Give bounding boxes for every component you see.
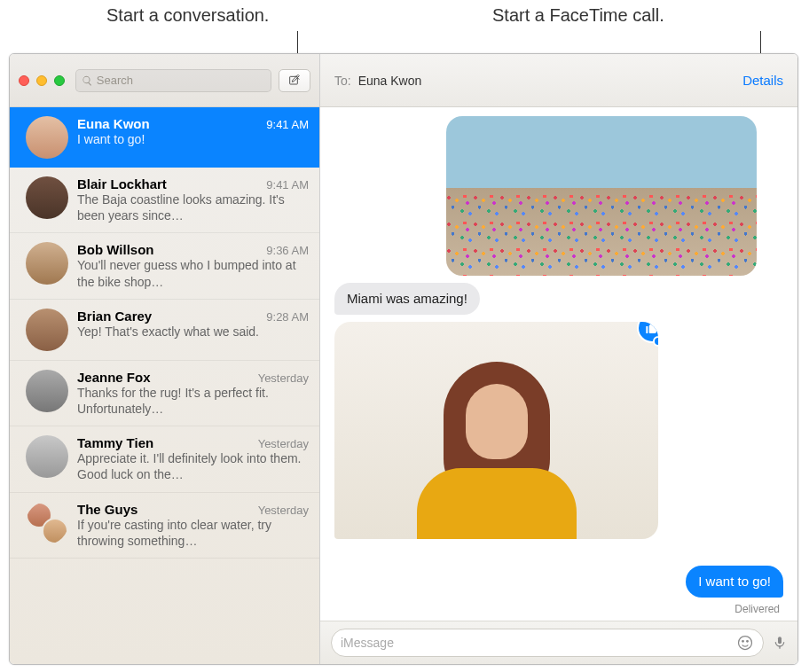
search-icon (82, 74, 93, 87)
conversation-item[interactable]: Blair Lockhart9:41 AMThe Baja coastline … (10, 168, 319, 233)
message-outgoing: I want to go! (334, 566, 783, 598)
conversation-preview: If you're casting into clear water, try … (77, 517, 309, 549)
conversation-time: Yesterday (258, 437, 309, 450)
compose-button[interactable] (279, 69, 310, 92)
conversation-preview: Yep! That's exactly what we said. (77, 324, 309, 340)
svg-point-3 (747, 641, 749, 643)
minimize-window-button[interactable] (36, 75, 47, 86)
conversation-item[interactable]: Brian Carey9:28 AMYep! That's exactly wh… (10, 300, 319, 361)
conversation-name: Jeanne Fox (77, 370, 151, 385)
message-thread[interactable]: Miami was amazing! I want to (320, 107, 797, 621)
message-incoming-image (334, 322, 783, 539)
fullscreen-window-button[interactable] (54, 75, 65, 86)
conversation-time: 9:36 AM (266, 244, 309, 257)
delivery-receipt: Delivered (734, 603, 780, 615)
conversation-preview: I want to go! (77, 131, 309, 147)
audio-message-button[interactable] (773, 634, 787, 652)
conversation-item[interactable]: Bob Willson9:36 AMYou'll never guess who… (10, 233, 319, 299)
conversation-item[interactable]: Tammy TienYesterdayAppreciate it. I'll d… (10, 426, 319, 492)
conversation-preview: The Baja coastline looks amazing. It's b… (77, 191, 309, 223)
conversation-list[interactable]: Euna Kwon9:41 AMI want to go!Blair Lockh… (10, 107, 319, 664)
svg-point-1 (739, 637, 752, 650)
conversation-item[interactable]: Jeanne FoxYesterdayThanks for the rug! I… (10, 361, 319, 426)
recipient-name[interactable]: Euna Kwon (358, 74, 422, 88)
conversation-header: To: Euna Kwon Details (320, 54, 797, 107)
callout-compose: Start a conversation. (106, 5, 269, 26)
conversation-preview: Appreciate it. I'll definitely look into… (77, 450, 309, 482)
conversation-name: Euna Kwon (77, 116, 150, 131)
message-input-wrapper[interactable] (331, 629, 764, 657)
sidebar-toolbar (10, 54, 319, 107)
compose-bar (320, 621, 797, 664)
avatar (26, 116, 68, 159)
tapback-like[interactable] (637, 322, 658, 343)
smiley-icon (736, 634, 754, 652)
conversation-time: 9:41 AM (266, 118, 309, 131)
close-window-button[interactable] (19, 75, 29, 86)
conversation-time: Yesterday (258, 504, 309, 517)
to-label: To: (334, 74, 351, 88)
conversation-name: Blair Lockhart (77, 176, 167, 191)
message-incoming-image (334, 116, 783, 276)
conversation-name: Tammy Tien (77, 435, 153, 450)
conversation-time: 9:41 AM (266, 178, 309, 191)
message-incoming: Miami was amazing! (334, 283, 783, 315)
conversation-preview: Thanks for the rug! It's a perfect fit. … (77, 385, 309, 417)
image-attachment-portrait[interactable] (334, 322, 658, 539)
avatar (26, 309, 68, 351)
conversation-time: 9:28 AM (266, 310, 309, 324)
conversation-preview: You'll never guess who I bumped into at … (77, 257, 309, 289)
conversation-name: The Guys (77, 502, 137, 517)
sidebar: Euna Kwon9:41 AMI want to go!Blair Lockh… (10, 54, 320, 664)
conversation-item[interactable]: Euna Kwon9:41 AMI want to go! (10, 107, 319, 168)
messages-window: Euna Kwon9:41 AMI want to go!Blair Lockh… (9, 53, 798, 665)
conversation-name: Bob Willson (77, 242, 154, 257)
details-button[interactable]: Details (742, 73, 783, 88)
conversation-time: Yesterday (258, 371, 309, 385)
avatar (26, 176, 68, 219)
compose-icon (287, 74, 302, 88)
message-bubble[interactable]: Miami was amazing! (334, 283, 480, 315)
svg-point-2 (742, 641, 744, 643)
thumbs-up-icon (645, 322, 658, 335)
avatar (26, 435, 68, 478)
avatar (26, 502, 68, 544)
svg-rect-4 (778, 637, 782, 644)
svg-rect-0 (290, 76, 298, 84)
conversation-item[interactable]: The GuysYesterdayIf you're casting into … (10, 493, 319, 559)
emoji-button[interactable] (736, 634, 754, 652)
image-attachment-beach[interactable] (446, 116, 757, 276)
search-input[interactable] (97, 74, 265, 87)
message-input[interactable] (341, 636, 736, 650)
message-bubble[interactable]: I want to go! (686, 566, 783, 598)
avatar (26, 370, 68, 412)
search-field[interactable] (75, 69, 271, 92)
conversation-name: Brian Carey (77, 309, 152, 324)
conversation-pane: To: Euna Kwon Details Miami was amazing! (320, 54, 797, 664)
avatar (26, 242, 68, 285)
callout-details: Start a FaceTime call. (492, 5, 664, 26)
window-controls (19, 75, 65, 86)
microphone-icon (773, 634, 787, 652)
